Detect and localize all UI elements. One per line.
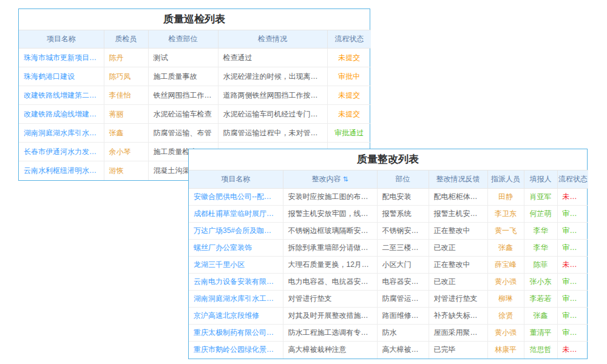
inspector-name: 蒋丽: [104, 105, 148, 124]
table-row: 改建铁路成渝线增建第...蒋丽水泥砼运输车检查水泥砼运输车司机经过专门培训...…: [19, 105, 371, 124]
project-name-link[interactable]: 成都杜甫草堂临时展厅独立展...: [189, 206, 283, 223]
inspection-col-inspector: 质检员: [104, 30, 148, 49]
project-name-link[interactable]: 长春市伊通河水力发电...: [19, 143, 104, 161]
inspector-name: 余小琴: [104, 143, 148, 161]
inspection-situation: 水泥砼灌注的时候，出现离析现象: [218, 67, 327, 86]
table-row: 湖南洞庭湖水库引水工程施工...对管进行垫支防腐管运输...对管进行垫支柳琳李若…: [189, 291, 588, 308]
inspection-situation: 道路两侧铁丝网围挡工作按设计...: [218, 86, 327, 105]
reporter-name: 张小东: [524, 274, 557, 291]
rectify-part: 防腐管运输...: [377, 291, 429, 308]
rectify-content: 大理石质量更换，12月31日之...: [283, 257, 377, 274]
project-name-link[interactable]: 安徽合肥供电公司--配电设备...: [189, 189, 283, 206]
rectify-feedback: 配电柜柜体与...: [429, 189, 487, 206]
rectify-content: 安装时应按施工图的布置，将...: [283, 189, 377, 206]
rectify-col-reporter: 填报人: [524, 170, 557, 189]
reporter-name: 李华: [524, 240, 557, 257]
inspection-col-situation: 检查情况: [218, 30, 327, 49]
table-row: 湖南洞庭湖水库引水工...张鑫防腐管运输、布管防腐管运输过程中，未对管进行...…: [19, 124, 371, 143]
rectify-part: 小区大门: [377, 257, 429, 274]
reporter-name: 何芷萌: [524, 206, 557, 223]
rectify-feedback: 补齐缺失标志...: [429, 308, 487, 325]
project-name-link[interactable]: 万达广场35#会所及咖啡厅空...: [189, 223, 283, 240]
status-badge: 未提交: [327, 86, 371, 105]
project-name-link[interactable]: 改建铁路成渝线增建第...: [19, 105, 104, 124]
status-badge: 审批通过: [557, 274, 588, 291]
rectify-col-content-label: 整改内容: [311, 175, 341, 183]
status-badge: 审批通过: [557, 240, 588, 257]
table-row: 安徽合肥供电公司--配电设备...安装时应按施工图的布置，将...配电安装配电柜…: [189, 189, 588, 206]
project-name-link[interactable]: 云南电力设备安装有限公司20...: [189, 274, 283, 291]
status-badge: 审批通过: [557, 325, 588, 342]
inspection-part: 施工质量事故: [148, 67, 218, 86]
rectify-content: 高大樟被栽种注意: [283, 342, 377, 359]
project-name-link[interactable]: 龙湖三千里小区: [189, 257, 283, 274]
rectify-col-project: 项目名称: [189, 170, 283, 189]
rectify-col-feedback: 整改情况反馈: [429, 170, 487, 189]
table-row: 改建铁路线增建第二线...李佳怡铁丝网围挡工作检查道路两侧铁丝网围挡工作按设计.…: [19, 86, 371, 105]
table-row: 重庆太极制药有限公司亳州中...防水工程施工选调有专业资质...防水屋面采用聚氨…: [189, 325, 588, 342]
rectify-content: 防水工程施工选调有专业资质...: [283, 325, 377, 342]
reporter-name: 董清平: [524, 325, 557, 342]
rectify-table: 项目名称 整改内容⇅ 部位 整改情况反馈 指派人员 填报人 流程状态 安徽合肥供…: [189, 170, 588, 359]
rectify-feedback: 屋面采用聚氨...: [429, 325, 487, 342]
rectify-col-assignee: 指派人员: [487, 170, 524, 189]
rectify-content: 不锈钢边框玻璃隔断安装不牢...: [283, 223, 377, 240]
status-badge: 审批通过: [557, 223, 588, 240]
rectify-content: 对其及时开展整改措施，桥头...: [283, 308, 377, 325]
status-badge: 未提交: [557, 257, 588, 274]
project-name-link[interactable]: 京沪高速北京段维修: [189, 308, 283, 325]
inspection-part: 铁丝网围挡工作检查: [148, 86, 218, 105]
rectify-col-part: 部位: [377, 170, 429, 189]
rectify-part: 报警系统: [377, 206, 429, 223]
assignee-name: 柳琳: [487, 291, 524, 308]
rectify-part: 二至三楼混...: [377, 240, 429, 257]
inspector-name: 张鑫: [104, 124, 148, 143]
inspection-part: 防腐管运输、布管: [148, 124, 218, 143]
rectify-content: 报警主机安放牢固，线缆连接...: [283, 206, 377, 223]
project-name-link[interactable]: 湖南洞庭湖水库引水工程施工...: [189, 291, 283, 308]
table-row: 万达广场35#会所及咖啡厅空...不锈钢边框玻璃隔断安装不牢...不锈钢安装..…: [189, 223, 588, 240]
status-badge: 未提交: [557, 342, 588, 359]
assignee-name: 薛宝峰: [487, 257, 524, 274]
sort-icon[interactable]: ⇅: [342, 175, 348, 183]
project-name-link[interactable]: 螺丝厂办公室装饰: [189, 240, 283, 257]
rectify-col-status: 流程状态: [557, 170, 588, 189]
project-name-link[interactable]: 珠海市城市更新项目紫...: [19, 49, 104, 67]
inspector-name: 陈巧凤: [104, 67, 148, 86]
inspection-col-status: 流程状态: [327, 30, 371, 49]
project-name-link[interactable]: 重庆市鹅岭公园绿化景观提升...: [189, 342, 283, 359]
rectify-col-content[interactable]: 整改内容⇅: [283, 170, 377, 189]
project-name-link[interactable]: 珠海鹤港口建设: [19, 67, 104, 86]
reporter-name: 肖亚军: [524, 189, 557, 206]
status-badge: 未提交: [327, 49, 371, 67]
rectify-feedback: 已改正: [429, 274, 487, 291]
rectify-part: 不锈钢安装...: [377, 223, 429, 240]
assignee-name: 徐贤: [487, 308, 524, 325]
rectify-part: 高大樟被栽种: [377, 342, 429, 359]
table-row: 重庆市鹅岭公园绿化景观提升...高大樟被栽种注意高大樟被栽种已完毕林康平范思哲未…: [189, 342, 588, 359]
project-name-link[interactable]: 重庆太极制药有限公司亳州中...: [189, 325, 283, 342]
reporter-name: 陈菲: [524, 257, 557, 274]
inspection-panel-title: 质量巡检列表: [19, 9, 370, 30]
assignee-name: 田静: [487, 189, 524, 206]
inspector-name: 游恢: [104, 161, 148, 180]
rectify-feedback: 已改正: [429, 240, 487, 257]
inspector-name: 李佳怡: [104, 86, 148, 105]
reporter-name: 范思哲: [524, 342, 557, 359]
project-name-link[interactable]: 湖南洞庭湖水库引水工...: [19, 124, 104, 143]
status-badge: 审批通过: [557, 308, 588, 325]
project-name-link[interactable]: 改建铁路线增建第二线...: [19, 86, 104, 105]
table-row: 螺丝厂办公室装饰拆除到承重墙部分请做好加固...二至三楼混...已改正张鑫李华审…: [189, 240, 588, 257]
inspection-situation: 防腐管运输过程中，未对管进行...: [218, 124, 327, 143]
inspection-part: 水泥砼运输车检查: [148, 105, 218, 124]
rectify-part: 电容器安装...: [377, 274, 429, 291]
rectify-content: 对管进行垫支: [283, 291, 377, 308]
table-row: 京沪高速北京段维修对其及时开展整改措施，桥头...路面维修检...补齐缺失标志.…: [189, 308, 588, 325]
reporter-name: 张鑫: [524, 308, 557, 325]
table-row: 珠海鹤港口建设陈巧凤施工质量事故水泥砼灌注的时候，出现离析现象审批中: [19, 67, 371, 86]
rectify-part: 配电安装: [377, 189, 429, 206]
inspection-situation: 水泥砼运输车司机经过专门培训...: [218, 105, 327, 124]
project-name-link[interactable]: 云南水利枢纽潜明水库...: [19, 161, 104, 180]
reporter-name: 李华: [524, 223, 557, 240]
rectify-content: 电力电容器、电抗器安装方案,...: [283, 274, 377, 291]
